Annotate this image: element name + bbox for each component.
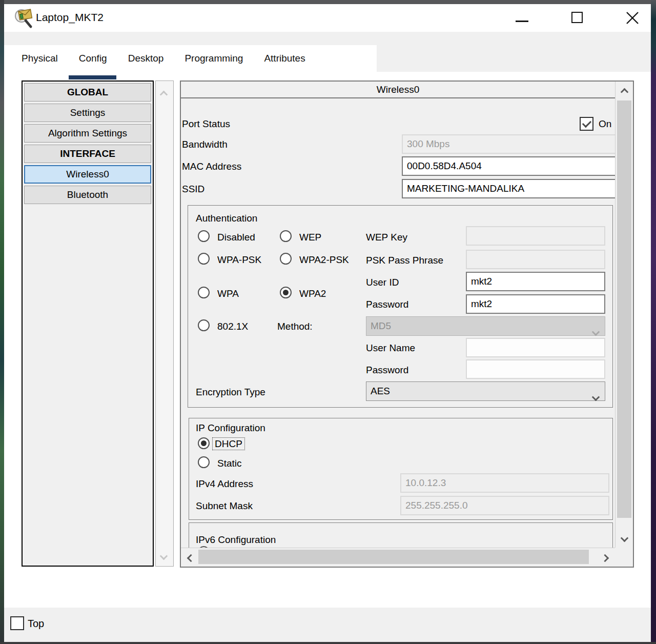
psk-pass-phrase-field: [466, 250, 605, 269]
scroll-down-icon: [621, 534, 629, 542]
tab-bar: Physical Config Desktop Programming Attr…: [14, 45, 377, 72]
scroll-right-button[interactable]: [597, 548, 615, 566]
sidebar-scroll-up-icon[interactable]: [161, 90, 167, 99]
ip-radio-static[interactable]: [198, 456, 210, 468]
close-icon: [625, 11, 640, 25]
horizontal-scrollbar-thumb[interactable]: [198, 550, 589, 564]
ipv4-address-label: IPv4 Address: [196, 478, 253, 490]
auth-radio-wpa-psk[interactable]: [198, 253, 210, 265]
auth-password-field[interactable]: [466, 294, 605, 314]
top-checkbox[interactable]: [10, 616, 24, 630]
maximize-button[interactable]: [562, 4, 592, 32]
scroll-left-button[interactable]: [182, 548, 199, 566]
bottom-bar: Top: [4, 608, 651, 642]
auth-radio-wpa[interactable]: [198, 287, 210, 298]
bandwidth-field: [402, 134, 615, 154]
scroll-down-button[interactable]: [616, 531, 633, 548]
panel-header: Wireless0: [181, 82, 615, 98]
user-id-field[interactable]: [466, 272, 605, 291]
bandwidth-label: Bandwidth: [182, 138, 228, 150]
auth-password2-field: [466, 359, 605, 379]
subnet-mask-field: [400, 496, 609, 515]
method-select: MD5: [366, 316, 605, 336]
top-checkbox-label[interactable]: Top: [28, 618, 44, 630]
auth-radio-8021x[interactable]: [198, 319, 210, 331]
ip-radio-static-label[interactable]: Static: [217, 457, 242, 469]
auth-radio-wep-label[interactable]: WEP: [299, 231, 321, 243]
ip-radio-dhcp-label[interactable]: DHCP: [212, 437, 245, 450]
auth-radio-wpa2-psk[interactable]: [280, 253, 292, 265]
titlebar: Laptop_MKT2: [4, 4, 651, 32]
ipv6-configuration-group: IPv6 Configuration: [189, 522, 613, 548]
ipv6-configuration-title: IPv6 Configuration: [196, 534, 276, 546]
wireless0-panel-content: Wireless0 Port Status On Bandwidth MAC A…: [181, 82, 615, 548]
scroll-right-icon: [601, 554, 609, 562]
port-status-on-label: On: [599, 118, 611, 130]
port-status-checkbox[interactable]: [580, 117, 593, 131]
ip-radio-dhcp[interactable]: [198, 437, 210, 449]
tab-programming[interactable]: Programming: [184, 52, 243, 72]
sidebar-item-bluetooth[interactable]: Bluetooth: [24, 186, 151, 204]
ssid-field[interactable]: [402, 179, 615, 198]
sidebar-item-interface[interactable]: INTERFACE: [24, 145, 151, 163]
auth-radio-wpa-psk-label[interactable]: WPA-PSK: [217, 254, 261, 266]
menu-strip: [4, 32, 651, 45]
wireless0-panel: Wireless0 Port Status On Bandwidth MAC A…: [180, 80, 634, 568]
encryption-chevron-down-icon: [593, 388, 599, 406]
minimize-icon: [516, 21, 528, 22]
minimize-button[interactable]: [506, 4, 537, 32]
scroll-up-button[interactable]: [616, 82, 633, 98]
tab-desktop[interactable]: Desktop: [128, 52, 164, 72]
sidebar-item-settings[interactable]: Settings: [24, 104, 151, 122]
tab-physical[interactable]: Physical: [22, 52, 58, 72]
sidebar-item-global[interactable]: GLOBAL: [24, 83, 151, 102]
user-name-field: [466, 338, 605, 357]
ipv4-address-field: [400, 473, 609, 493]
sidebar-scrollbar[interactable]: [155, 80, 174, 567]
mac-address-field[interactable]: [402, 156, 615, 176]
auth-password2-label: Password: [366, 364, 408, 376]
wep-key-field: [466, 226, 605, 246]
auth-radio-wpa2-psk-label[interactable]: WPA2-PSK: [299, 254, 349, 266]
auth-radio-wpa2-label[interactable]: WPA2: [299, 288, 326, 299]
auth-radio-disabled[interactable]: [198, 230, 210, 242]
sidebar-item-algorithm-settings[interactable]: Algorithm Settings: [24, 124, 151, 143]
tab-attributes[interactable]: Attributes: [264, 52, 305, 72]
desktop-background-bottom: [0, 642, 656, 644]
vertical-scrollbar-thumb[interactable]: [617, 100, 631, 518]
authentication-title: Authentication: [196, 212, 257, 224]
psk-pass-phrase-label: PSK Pass Phrase: [366, 254, 443, 266]
device-config-window: Laptop_MKT2 Physical Config Desktop Prog…: [4, 4, 651, 642]
sidebar-item-wireless0[interactable]: Wireless0: [24, 165, 151, 184]
panel-vertical-scrollbar[interactable]: [615, 82, 633, 548]
encryption-type-label: Encryption Type: [196, 386, 265, 398]
device-icon: [14, 7, 34, 29]
encryption-type-select[interactable]: AES: [366, 381, 605, 401]
tabstrip-background: [373, 45, 651, 72]
auth-radio-8021x-label[interactable]: 802.1X: [217, 320, 248, 332]
ssid-label: SSID: [182, 183, 204, 195]
scroll-left-icon: [187, 554, 195, 562]
auth-radio-wpa2[interactable]: [280, 287, 292, 298]
window-title: Laptop_MKT2: [36, 11, 104, 24]
user-id-label: User ID: [366, 276, 399, 288]
ip-configuration-title: IP Configuration: [196, 422, 265, 434]
auth-password-label: Password: [366, 298, 408, 310]
sidebar-scroll-down-icon[interactable]: [161, 552, 167, 561]
desktop-background-right: [651, 0, 656, 644]
authentication-group: Authentication Disabled WEP WEP Key WPA-…: [188, 205, 613, 408]
close-button[interactable]: [617, 4, 648, 32]
screen: Laptop_MKT2 Physical Config Desktop Prog…: [0, 0, 656, 644]
user-name-label: User Name: [366, 342, 415, 354]
auth-radio-wep[interactable]: [280, 230, 292, 242]
auth-radio-wpa-label[interactable]: WPA: [217, 288, 239, 299]
method-label: Method:: [277, 320, 313, 332]
wep-key-label: WEP Key: [366, 231, 407, 243]
maximize-icon: [571, 12, 583, 23]
mac-address-label: MAC Address: [182, 160, 241, 172]
desktop-background-top: [0, 0, 656, 4]
panel-horizontal-scrollbar[interactable]: [181, 548, 615, 566]
tab-config[interactable]: Config: [79, 52, 107, 72]
auth-radio-disabled-label[interactable]: Disabled: [217, 231, 255, 243]
scrollbar-corner: [615, 548, 633, 566]
